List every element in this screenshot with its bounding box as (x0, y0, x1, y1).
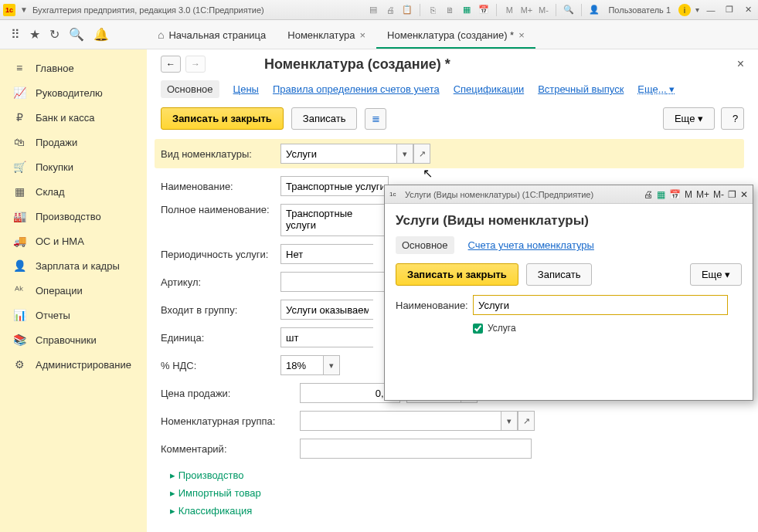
print-preview-icon[interactable]: ▤ (367, 4, 379, 16)
grid-icon[interactable]: ▦ (461, 4, 473, 16)
comment-input[interactable] (300, 439, 532, 459)
section-tab-more[interactable]: Еще... ▾ (637, 83, 675, 95)
app-menu-dropdown[interactable]: ▼ (20, 5, 28, 14)
section-tab-specs[interactable]: Спецификации (454, 83, 525, 95)
tree-production[interactable]: Производство (161, 466, 744, 484)
nomgroup-dropdown-button[interactable]: ▾ (501, 411, 518, 431)
fullname-input[interactable]: Транспортные услуги (280, 204, 389, 236)
popup-print-icon[interactable]: 🖨 (644, 189, 653, 200)
compare-icon[interactable]: ⎘ (427, 4, 439, 16)
copy-icon[interactable]: 📋 (401, 4, 413, 16)
close-icon[interactable]: × (360, 29, 366, 41)
info-dropdown[interactable]: ▾ (695, 5, 699, 14)
popup-logo-icon: 1c (389, 189, 400, 200)
user-icon[interactable]: 👤 (588, 4, 600, 16)
sku-input[interactable] (280, 272, 389, 292)
tab-nomenclature[interactable]: Номенклатура × (277, 22, 376, 49)
sidebar-item-purchases[interactable]: 🛒Покупки (0, 154, 147, 179)
chart-bar-icon: 📊 (12, 309, 26, 321)
group-input[interactable] (280, 300, 373, 320)
tab-home[interactable]: ⌂ Начальная страница (147, 21, 277, 49)
m-plus-icon[interactable]: M+ (520, 4, 532, 16)
history-icon[interactable]: ↻ (49, 27, 59, 42)
sidebar-item-admin[interactable]: ⚙Администрирование (0, 352, 147, 377)
popup-window-title: Услуги (Виды номенклатуры) (1С:Предприят… (405, 190, 593, 199)
popup-close-button[interactable]: ✕ (740, 189, 748, 200)
more-button[interactable]: Еще ▾ (663, 107, 715, 130)
sidebar-item-warehouse[interactable]: ▦Склад (0, 179, 147, 204)
section-tab-prices[interactable]: Цены (233, 83, 259, 95)
star-icon[interactable]: ★ (29, 27, 40, 42)
popup-save-close-button[interactable]: Записать и закрыть (396, 263, 518, 286)
sidebar-item-sales[interactable]: 🛍Продажи (0, 130, 147, 154)
unit-input[interactable] (280, 327, 373, 347)
truck-icon: 🚚 (12, 235, 26, 247)
sidebar-item-manager[interactable]: 📈Руководителю (0, 80, 147, 105)
popup-tab-main[interactable]: Основное (396, 236, 454, 254)
save-button[interactable]: Записать (291, 107, 358, 130)
bell-icon[interactable]: 🔔 (93, 27, 109, 42)
back-button[interactable]: ← (161, 56, 181, 73)
vat-label: % НДС: (161, 360, 280, 371)
nomgroup-open-button[interactable]: ↗ (518, 411, 535, 431)
warehouse-icon: ▦ (12, 185, 26, 198)
zoom-icon[interactable]: 🔍 (563, 4, 575, 16)
m-icon[interactable]: M (503, 4, 515, 16)
close-button[interactable]: ✕ (741, 4, 755, 16)
period-input[interactable] (280, 244, 373, 264)
doc-icon[interactable]: 🗎 (444, 4, 456, 16)
close-page-button[interactable]: × (737, 57, 744, 71)
section-tab-rules[interactable]: Правила определения счетов учета (273, 83, 440, 95)
vat-input[interactable] (280, 355, 323, 375)
sidebar-item-assets[interactable]: 🚚ОС и НМА (0, 229, 147, 253)
apps-grid-icon[interactable]: ⠿ (11, 27, 20, 42)
section-tab-main[interactable]: Основное (161, 80, 219, 98)
save-close-button[interactable]: Записать и закрыть (161, 107, 284, 130)
sidebar-item-production[interactable]: 🏭Производство (0, 204, 147, 229)
nomgroup-input[interactable] (300, 411, 501, 431)
maximize-button[interactable]: ❐ (722, 4, 736, 16)
popup-mplus-icon[interactable]: M+ (696, 189, 709, 200)
user-name[interactable]: Пользователь 1 (608, 5, 671, 15)
sidebar-item-salary[interactable]: 👤Зарплата и кадры (0, 253, 147, 278)
popup-more-button[interactable]: Еще ▾ (690, 263, 742, 286)
type-input[interactable] (280, 144, 396, 164)
unit-label: Единица: (161, 332, 280, 344)
search-icon[interactable]: 🔍 (69, 27, 84, 42)
popup-save-button[interactable]: Записать (526, 263, 593, 286)
vat-dropdown-button[interactable]: ▾ (323, 355, 340, 375)
popup-grid-icon[interactable]: ▦ (657, 189, 665, 200)
popup-maximize-button[interactable]: ❐ (728, 189, 736, 200)
help-button[interactable]: ? (721, 107, 744, 130)
close-icon[interactable]: × (518, 29, 525, 41)
calendar-icon[interactable]: 📅 (478, 4, 490, 16)
popup-calendar-icon[interactable]: 📅 (669, 189, 681, 200)
sidebar-item-directories[interactable]: 📚Справочники (0, 327, 147, 352)
popup-mminus-icon[interactable]: M- (713, 189, 724, 200)
type-dropdown-button[interactable]: ▾ (396, 144, 413, 164)
print-icon[interactable]: 🖨 (384, 4, 396, 16)
tree-import[interactable]: Импортный товар (161, 484, 744, 502)
sidebar-item-operations[interactable]: ᴬᵏОперации (0, 278, 147, 303)
service-checkbox[interactable] (473, 324, 483, 334)
info-icon[interactable]: i (678, 4, 691, 16)
popup-m-icon[interactable]: M (685, 189, 692, 200)
tree-class[interactable]: Классификация (161, 502, 744, 520)
type-open-button[interactable]: ↗ (413, 144, 430, 164)
popup-name-input[interactable] (473, 295, 728, 315)
minimize-button[interactable]: — (704, 4, 718, 16)
name-input[interactable] (280, 176, 389, 196)
list-icon-button[interactable]: ≣ (365, 108, 386, 130)
sidebar-item-main[interactable]: ≡Главное (0, 56, 147, 80)
popup-window: 1c Услуги (Виды номенклатуры) (1С:Предпр… (384, 185, 753, 401)
separator (496, 4, 497, 16)
tab-nomenclature-create[interactable]: Номенклатура (создание) * × (376, 22, 535, 49)
section-tab-counter[interactable]: Встречный выпуск (538, 83, 624, 95)
factory-icon: 🏭 (12, 210, 26, 222)
sidebar-item-bank[interactable]: ₽Банк и касса (0, 105, 147, 130)
popup-tab-accounts[interactable]: Счета учета номенклатуры (468, 239, 594, 251)
forward-button[interactable]: → (185, 56, 206, 73)
separator (420, 4, 420, 16)
m-minus-icon[interactable]: M- (537, 4, 549, 16)
sidebar-item-reports[interactable]: 📊Отчеты (0, 303, 147, 327)
